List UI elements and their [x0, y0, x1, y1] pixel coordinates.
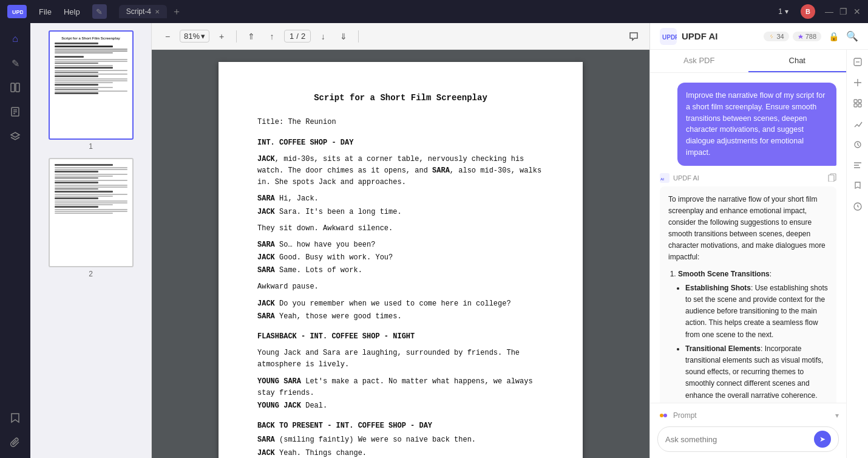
minimize-button[interactable]: —: [825, 7, 833, 16]
sidebar-icon-library[interactable]: [4, 77, 26, 98]
svg-marker-12: [798, 34, 803, 39]
ai-header: UPDF UPDF AI 34 788 🔒 🔍: [650, 23, 868, 50]
ai-side-icon-7[interactable]: [849, 177, 866, 194]
ai-panel-title: UPDF AI: [682, 31, 717, 41]
thumbnail-img-1: Script for a Short Film Screenplay: [49, 30, 134, 140]
ai-send-button[interactable]: ➤: [814, 431, 831, 448]
ai-response-container: AI UPDF AI To improve the nar: [660, 173, 836, 403]
updf-logo: UPDF: [7, 5, 27, 18]
svg-text:UPDF: UPDF: [662, 34, 677, 41]
maximize-button[interactable]: ❐: [839, 7, 847, 16]
script-jack-2: JACK Good. Busy with work. You?: [257, 252, 544, 264]
svg-marker-8: [11, 132, 19, 137]
script-jack-4: JACK Yeah. Things change.: [257, 448, 544, 458]
svg-point-18: [663, 414, 667, 417]
help-menu[interactable]: Help: [59, 6, 85, 18]
thumbnail-number-1: 1: [89, 142, 93, 151]
tab-bar: Script-4 ✕ ＋: [119, 5, 774, 18]
search-icon[interactable]: 🔍: [846, 30, 858, 42]
left-sidebar: ⌂ ✎: [0, 23, 30, 458]
prompt-label: Prompt: [673, 411, 697, 420]
title-menu: File Help: [34, 6, 85, 18]
sidebar-icon-note[interactable]: [4, 101, 26, 123]
updf-small-icon: AI: [660, 173, 670, 183]
script-jack-1: JACK Sara. It's been a long time.: [257, 207, 544, 218]
title-bar: UPDF File Help ✎ Script-4 ✕ ＋ 1 ▾ B — ❐ …: [0, 0, 868, 23]
credit-badge-34: 34: [764, 32, 788, 41]
script-title-line: Title: The Reunion: [257, 117, 544, 128]
file-menu[interactable]: File: [34, 6, 56, 18]
ai-chat-input[interactable]: [665, 435, 809, 444]
script-action-1: JACK, mid-30s, sits at a corner table, n…: [257, 154, 544, 189]
bullet-establishing-shots: Establishing Shots: Use establishing sho…: [685, 282, 828, 341]
tab-close-icon[interactable]: ✕: [155, 9, 160, 15]
close-button[interactable]: ✕: [853, 7, 861, 16]
script-sara-smiling: SARA (smiling faintly) We were so naive …: [257, 434, 544, 446]
prompt-icon: [657, 409, 670, 422]
bolt-icon: [768, 33, 775, 39]
sidebar-icon-bookmark[interactable]: [4, 407, 26, 429]
svg-rect-21: [854, 100, 857, 103]
sidebar-icon-edit[interactable]: ✎: [4, 52, 26, 74]
script-action-3: Awkward pause.: [257, 281, 544, 293]
tab-ask-pdf[interactable]: Ask PDF: [650, 50, 748, 72]
page-current: 1: [290, 32, 294, 41]
thumbnail-img-2: [49, 158, 134, 267]
comment-button[interactable]: [625, 28, 642, 45]
ai-side-icon-1[interactable]: [849, 53, 866, 70]
script-jack-3: JACK Do you remember when we used to com…: [257, 298, 544, 310]
script-sara-1: SARA Hi, Jack.: [257, 193, 544, 205]
page-up-button[interactable]: ↑: [263, 28, 280, 45]
ai-side-icon-3[interactable]: [849, 95, 866, 112]
sidebar-icon-home[interactable]: ⌂: [4, 28, 26, 50]
page-total: 2: [301, 32, 305, 41]
script-tab[interactable]: Script-4 ✕: [119, 5, 167, 18]
script-action-4: Young Jack and Sara are laughing, surrou…: [257, 347, 544, 371]
pdf-page-title: Script for a Short Film Screenplay: [257, 91, 544, 104]
page-indicator: 1 ▾: [778, 7, 788, 16]
thumbnail-number-2: 2: [89, 270, 93, 278]
ai-side-icon-4[interactable]: [849, 115, 866, 132]
pdf-scroll[interactable]: Script for a Short Film Screenplay Title…: [152, 50, 649, 458]
zoom-out-button[interactable]: −: [159, 28, 176, 45]
user-avatar[interactable]: B: [801, 4, 815, 19]
ai-side-icon-6[interactable]: [849, 157, 866, 174]
sidebar-icon-attachment[interactable]: [4, 431, 26, 453]
bullet-transitional-elements: Transitional Elements: Incorporate trans…: [685, 343, 828, 402]
svg-text:AI: AI: [660, 177, 664, 181]
page-top-button[interactable]: ⇑: [243, 28, 260, 45]
thumbnail-item-1[interactable]: Script for a Short Film Screenplay: [49, 30, 134, 151]
zoom-display[interactable]: 81% ▾: [180, 30, 209, 43]
edit-icon: ✎: [92, 4, 107, 19]
svg-rect-23: [854, 104, 857, 107]
ai-side-icon-8[interactable]: [849, 198, 866, 215]
thumbnail-panel: Script for a Short Film Screenplay: [30, 23, 152, 458]
star-icon: [798, 33, 804, 39]
svg-marker-11: [770, 34, 773, 39]
script-young-sara: YOUNG SARA Let's make a pact. No matter …: [257, 376, 544, 399]
user-message-bubble: Improve the narrative flow of my script …: [677, 83, 836, 166]
ai-credits: 34 788: [764, 32, 821, 41]
thumbnail-item-2[interactable]: 2: [49, 158, 134, 278]
sidebar-icon-layers[interactable]: [4, 125, 26, 147]
ai-chat-messages[interactable]: Improve the narrative flow of my script …: [650, 73, 846, 403]
tab-add-button[interactable]: ＋: [167, 5, 186, 18]
page-separator: /: [296, 32, 299, 41]
script-sara-2: SARA So… how have you been?: [257, 239, 544, 251]
ai-response-label: UPDF AI: [673, 174, 699, 182]
ai-side-icon-2[interactable]: [849, 74, 866, 91]
pdf-area: − 81% ▾ + ⇑ ↑ 1 / 2 ↓ ⇓: [152, 23, 649, 458]
prompt-chevron-icon[interactable]: ▾: [835, 411, 839, 420]
svg-rect-24: [858, 104, 861, 107]
pdf-page-1: Script for a Short Film Screenplay Title…: [219, 62, 583, 458]
page-down-button[interactable]: ↓: [314, 28, 331, 45]
ai-response-header: AI UPDF AI: [660, 173, 836, 183]
copy-icon[interactable]: [828, 173, 836, 183]
script-young-jack: YOUNG JACK Deal.: [257, 400, 544, 412]
svg-rect-16: [829, 175, 834, 182]
tab-chat[interactable]: Chat: [748, 50, 847, 72]
page-bottom-button[interactable]: ⇓: [335, 28, 352, 45]
ai-side-icon-5[interactable]: [849, 136, 866, 153]
svg-rect-2: [11, 83, 15, 92]
zoom-in-button[interactable]: +: [213, 28, 230, 45]
